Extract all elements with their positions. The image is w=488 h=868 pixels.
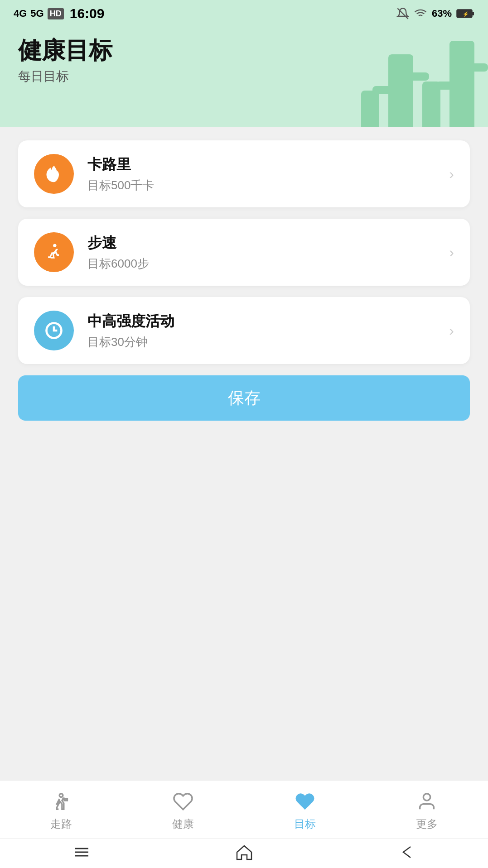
- hd-indicator: HD: [48, 8, 64, 19]
- home-button[interactable]: [233, 845, 256, 859]
- header-area: 健康目标 每日目标: [0, 27, 488, 127]
- menu-button[interactable]: [70, 845, 93, 859]
- activity-goal-card[interactable]: 中高强度活动 目标30分钟 ›: [18, 297, 470, 364]
- main-content: 卡路里 目标500千卡 › 步速 目标6000步 ›: [0, 127, 488, 448]
- steps-subtitle: 目标6000步: [87, 256, 149, 272]
- status-left: 4G 5G HD 16:09: [14, 6, 104, 21]
- steps-chevron: ›: [449, 244, 454, 261]
- calories-subtitle: 目标500千卡: [87, 177, 154, 193]
- wifi-icon: [414, 7, 427, 20]
- svg-text:⚡: ⚡: [463, 11, 469, 17]
- calories-title: 卡路里: [87, 155, 154, 175]
- tab-goals[interactable]: 目标: [244, 790, 366, 831]
- svg-point-6: [53, 244, 56, 247]
- svg-point-9: [424, 794, 430, 801]
- tab-walk-label: 走路: [50, 817, 72, 831]
- tab-walk[interactable]: 走路: [0, 790, 122, 831]
- calories-chevron: ›: [449, 166, 454, 182]
- tab-more-label: 更多: [416, 817, 438, 831]
- steps-icon: [34, 232, 74, 272]
- battery-icon: ⚡: [456, 9, 474, 19]
- cactus-shape-4: [449, 41, 474, 127]
- walk-icon: [49, 790, 73, 813]
- nav-tabs: 走路 健康 目标: [0, 781, 488, 838]
- more-icon: [415, 790, 439, 813]
- status-bar: 4G 5G HD 16:09 63% ⚡: [0, 0, 488, 27]
- activity-subtitle: 目标30分钟: [87, 334, 174, 350]
- save-button[interactable]: 保存: [18, 375, 470, 421]
- cactus-shape-2: [388, 54, 413, 127]
- network-signal: 4G: [14, 8, 27, 19]
- cactus-shape-1: [361, 91, 379, 127]
- svg-rect-4: [472, 12, 474, 15]
- system-bar: [0, 838, 488, 868]
- steps-title: 步速: [87, 233, 149, 253]
- activity-icon: [34, 311, 74, 350]
- health-icon: [171, 790, 195, 813]
- steps-goal-card[interactable]: 步速 目标6000步 ›: [18, 219, 470, 286]
- goals-icon: [293, 790, 317, 813]
- cactus-decoration: [361, 41, 474, 127]
- tab-more[interactable]: 更多: [366, 790, 488, 831]
- bell-muted-icon: [396, 7, 409, 20]
- tab-health[interactable]: 健康: [122, 790, 244, 831]
- tab-health-label: 健康: [172, 817, 194, 831]
- tab-goals-label: 目标: [294, 817, 316, 831]
- back-button[interactable]: [396, 845, 418, 859]
- svg-point-8: [59, 794, 63, 797]
- status-right: 63% ⚡: [396, 7, 474, 20]
- calories-goal-card[interactable]: 卡路里 目标500千卡 ›: [18, 140, 470, 207]
- activity-title: 中高强度活动: [87, 312, 174, 331]
- 5g-signal: 5G: [30, 8, 43, 19]
- time: 16:09: [70, 6, 105, 21]
- bottom-navigation: 走路 健康 目标: [0, 780, 488, 868]
- calories-icon: [34, 154, 74, 194]
- battery-percent: 63%: [432, 8, 452, 19]
- activity-chevron: ›: [449, 322, 454, 339]
